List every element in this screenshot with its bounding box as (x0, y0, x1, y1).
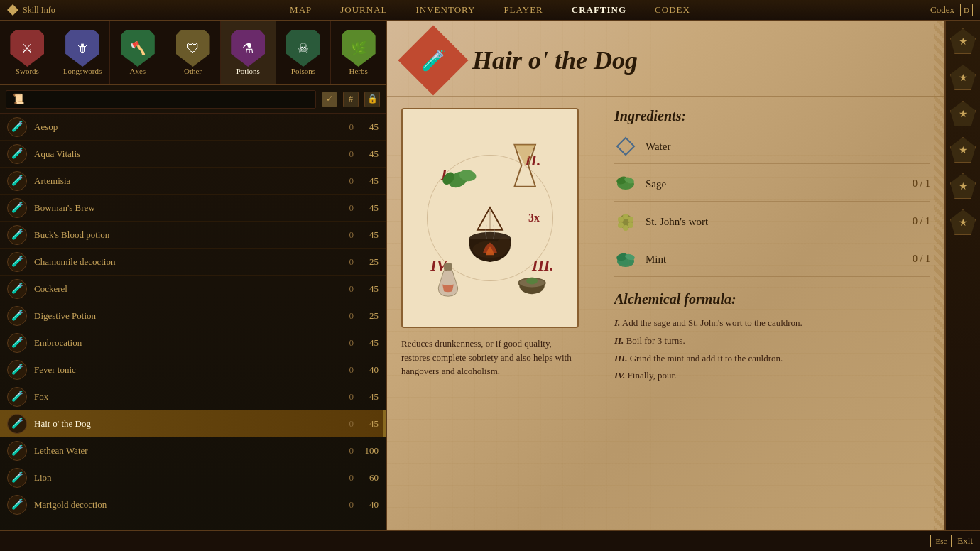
recipe-icon: 🧪 (7, 252, 27, 272)
scroll-icon: 📜 (12, 93, 24, 105)
stjohnswort-icon (614, 210, 637, 233)
ingredient-stjohnswort: St. John's wort 0 / 1 (614, 210, 930, 239)
codex-label[interactable]: Codex (930, 4, 954, 16)
recipe-item[interactable]: 🧪 Marigold decoction 0 40 (0, 491, 386, 518)
svg-text:3x: 3x (528, 212, 540, 224)
axes-icon: 🪓 (121, 30, 155, 67)
checkmark-icon: ✓ (326, 94, 333, 104)
recipe-level: 45 (354, 283, 379, 295)
nav-crafting[interactable]: CRAFTING (572, 4, 626, 16)
nav-player[interactable]: PLAYER (503, 4, 543, 16)
category-tabs: ⚔ Swords 🗡 Longswords 🪓 Axes 🛡 (0, 21, 386, 85)
skill-info-button[interactable]: Skill Info (0, 0, 62, 20)
tab-longswords[interactable]: 🗡 Longswords (55, 21, 111, 84)
nav-journal[interactable]: JOURNAL (340, 4, 387, 16)
poisons-label: Poisons (291, 67, 315, 75)
recipe-name: Bowman's Brew (34, 202, 332, 214)
recipe-item[interactable]: 🧪 Cockerel 0 45 (0, 276, 386, 302)
star-badge-6: ★ (950, 209, 976, 235)
svg-point-17 (497, 237, 511, 251)
swords-label: Swords (16, 67, 39, 75)
sage-count: 0 / 1 (913, 178, 930, 190)
nav-map[interactable]: MAP (290, 4, 312, 16)
recipe-item[interactable]: 🧪 Aesop 0 45 (0, 114, 386, 141)
ingredient-sage: Sage 0 / 1 (614, 173, 930, 202)
sage-name: Sage (646, 178, 913, 190)
longswords-icon: 🗡 (65, 30, 99, 67)
recipe-icon: 🧪 (7, 117, 27, 137)
recipe-item[interactable]: 🧪 Buck's Blood potion 0 45 (0, 222, 386, 249)
d-key-indicator[interactable]: D (960, 4, 973, 16)
bottom-bar-overall: Esc Exit (0, 530, 980, 551)
recipe-item[interactable]: 🧪 Bowman's Brew 0 45 (0, 195, 386, 222)
longswords-label: Longswords (63, 67, 102, 75)
svg-point-28 (618, 217, 624, 222)
filter-hash-button[interactable]: # (343, 92, 359, 107)
svg-text:III.: III. (531, 257, 554, 274)
recipe-level: 45 (354, 418, 379, 430)
recipe-icon: 🧪 (7, 171, 27, 191)
recipe-level: 40 (354, 364, 379, 376)
formula-step-1: I. Add the sage and St. John's wort to t… (614, 316, 930, 331)
recipe-count: 0 (332, 202, 354, 214)
recipe-item[interactable]: 🧪 Fox 0 45 (0, 383, 386, 410)
nav-codex[interactable]: CODEX (655, 4, 690, 16)
ingredients-title: Ingredients: (614, 108, 930, 124)
exit-button[interactable]: Exit (957, 535, 973, 547)
recipe-item[interactable]: 🧪 Chamomile decoction 0 25 (0, 249, 386, 276)
recipe-item[interactable]: 🧪 Lethean Water 0 100 (0, 437, 386, 464)
ingredients-area: Ingredients: Water (614, 108, 930, 538)
tab-poisons[interactable]: ☠ Poisons (276, 21, 332, 84)
recipe-name: Artemisia (34, 175, 332, 187)
svg-point-23 (623, 214, 628, 219)
other-icon: 🛡 (176, 30, 210, 67)
lock-icon: 🔒 (367, 94, 378, 104)
svg-point-14 (526, 278, 538, 285)
filter-checkmark-button[interactable]: ✓ (322, 92, 337, 107)
recipe-name: Marigold decoction (34, 499, 332, 511)
star-badge-3: ★ (950, 101, 976, 126)
recipe-name: Hair o' the Dog (34, 418, 332, 430)
tab-swords[interactable]: ⚔ Swords (0, 21, 55, 84)
tab-other[interactable]: 🛡 Other (165, 21, 221, 84)
tab-potions[interactable]: ⚗ Potions (221, 21, 276, 84)
recipe-item[interactable]: 🧪 Hair o' the Dog 0 45 (0, 410, 386, 437)
recipe-item[interactable]: 🧪 Embrocation 0 45 (0, 329, 386, 356)
water-ingredient-icon (614, 135, 637, 158)
filter-lock-button[interactable]: 🔒 (364, 92, 380, 107)
nav-inventory[interactable]: INVENTORY (416, 4, 476, 16)
illustration-frame: I. II. III. IV. 3x (401, 108, 579, 328)
recipe-count: 0 (332, 445, 354, 457)
recipe-count: 0 (332, 364, 354, 376)
top-navigation: Skill Info MAP JOURNAL INVENTORY PLAYER … (0, 0, 980, 21)
esc-key[interactable]: Esc (930, 535, 952, 547)
recipe-name: Embrocation (34, 337, 332, 349)
recipe-icon: 🧪 (7, 333, 27, 353)
poisons-icon: ☠ (286, 30, 320, 67)
formula-steps: I. Add the sage and St. John's wort to t… (614, 316, 930, 383)
skill-icon (7, 4, 18, 16)
recipe-icon: 🧪 (7, 414, 27, 434)
potions-icon: ⚗ (231, 30, 265, 67)
tab-herbs[interactable]: 🌿 Herbs (331, 21, 386, 84)
item-title: Hair o' the Dog (472, 45, 638, 75)
far-right-panel: ★ ★ ★ ★ ★ ★ (944, 21, 980, 551)
recipe-icon: 🧪 (7, 360, 27, 380)
ingredient-mint: Mint 0 / 1 (614, 248, 930, 277)
recipe-item[interactable]: 🧪 Digestive Potion 0 25 (0, 302, 386, 329)
recipe-count: 0 (332, 283, 354, 295)
recipe-item[interactable]: 🧪 Aqua Vitalis 0 45 (0, 141, 386, 168)
recipe-name: Cockerel (34, 283, 332, 295)
recipe-name: Digestive Potion (34, 310, 332, 322)
recipe-level: 25 (354, 310, 379, 322)
item-diamond-icon: 🧪 (398, 26, 469, 96)
detail-content: I. II. III. IV. 3x (387, 97, 944, 549)
recipe-item[interactable]: 🧪 Lion 0 60 (0, 464, 386, 491)
sage-icon (614, 173, 637, 195)
star-badge-4: ★ (950, 137, 976, 163)
recipe-item[interactable]: 🧪 Artemisia 0 45 (0, 168, 386, 195)
tab-axes[interactable]: 🪓 Axes (110, 21, 165, 84)
recipe-item[interactable]: 🧪 Fever tonic 0 40 (0, 356, 386, 383)
recipe-count: 0 (332, 499, 354, 511)
star-badge-5: ★ (950, 173, 976, 199)
